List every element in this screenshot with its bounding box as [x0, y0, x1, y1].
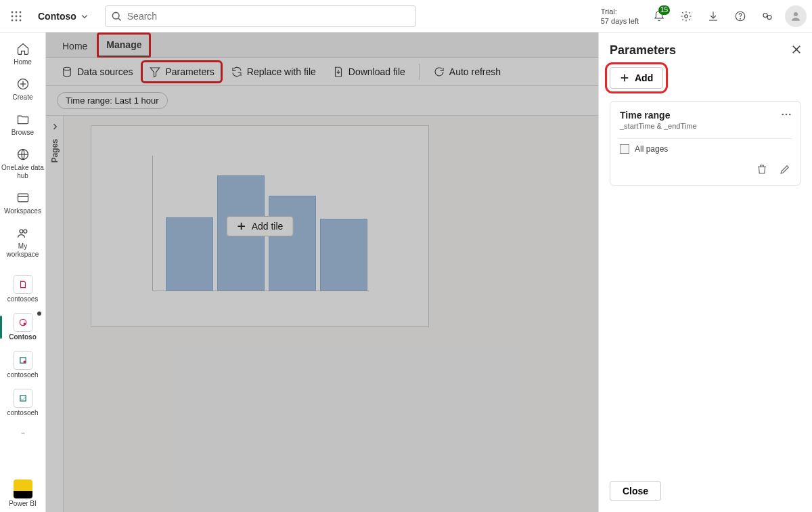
- pages-panel-collapsed[interactable]: Pages: [46, 116, 64, 512]
- browse-icon: [15, 111, 31, 127]
- svg-point-34: [64, 67, 71, 70]
- button-label: Add: [635, 72, 653, 83]
- rail-label: contosoeh: [7, 371, 38, 379]
- workspace-square-icon: [14, 351, 32, 370]
- rail-my-workspace[interactable]: My workspace: [0, 221, 45, 263]
- top-bar: Contoso Trial: 57 days left 15: [0, 0, 812, 33]
- search-input[interactable]: [127, 11, 410, 22]
- rail-create[interactable]: Create: [0, 72, 45, 106]
- workspace-square-icon: [14, 389, 32, 408]
- notifications-icon[interactable]: 15: [647, 4, 671, 28]
- download-file-button[interactable]: Download file: [325, 62, 412, 82]
- rail-ws-contosoeh-1[interactable]: contosoeh: [0, 347, 45, 383]
- left-rail: Home Create Browse OneLake data hub Work…: [0, 33, 46, 512]
- rail-label: contosoeh: [7, 409, 38, 417]
- svg-point-31: [21, 433, 22, 433]
- rail-browse[interactable]: Browse: [0, 107, 45, 141]
- rail-ws-contosoeh-2[interactable]: contosoeh: [0, 385, 45, 421]
- svg-point-11: [685, 14, 688, 18]
- user-avatar[interactable]: [785, 5, 807, 27]
- rail-onelake[interactable]: OneLake data hub: [0, 142, 45, 184]
- workspace-name: Contoso: [38, 11, 76, 22]
- svg-point-4: [16, 15, 18, 17]
- workspace-square-icon: [14, 313, 32, 332]
- app-launcher-icon[interactable]: [5, 5, 27, 27]
- rail-workspaces[interactable]: Workspaces: [0, 186, 45, 219]
- pages-label: Pages: [50, 139, 60, 163]
- data-sources-button[interactable]: Data sources: [54, 62, 139, 82]
- rail-powerbi[interactable]: Power BI: [0, 475, 45, 512]
- search-box[interactable]: [105, 5, 416, 27]
- svg-line-10: [118, 18, 120, 20]
- chevron-right-icon: [51, 121, 59, 133]
- svg-point-5: [20, 15, 22, 17]
- pages-scope-icon: [620, 144, 629, 154]
- pencil-icon: [779, 163, 791, 175]
- svg-point-24: [20, 230, 23, 233]
- svg-point-0: [12, 11, 14, 13]
- trash-icon: [756, 163, 768, 175]
- parameter-more-button[interactable]: [782, 110, 791, 122]
- close-panel-button[interactable]: [792, 45, 801, 57]
- rail-home[interactable]: Home: [0, 37, 45, 70]
- svg-point-1: [16, 11, 18, 13]
- svg-point-32: [22, 433, 23, 433]
- trial-status: Trial: 57 days left: [601, 7, 639, 26]
- svg-point-9: [112, 12, 119, 19]
- tab-manage[interactable]: Manage: [98, 34, 150, 57]
- svg-rect-30: [20, 396, 25, 401]
- rail-label: Home: [14, 58, 32, 66]
- feedback-icon[interactable]: [755, 4, 780, 28]
- search-icon: [111, 11, 122, 22]
- edit-parameter-button[interactable]: [779, 163, 791, 178]
- rail-more[interactable]: [0, 423, 45, 448]
- delete-parameter-button[interactable]: [756, 163, 768, 178]
- svg-point-42: [782, 114, 784, 116]
- more-icon: [15, 427, 31, 443]
- trial-line1: Trial:: [601, 7, 639, 16]
- rail-label: Create: [12, 93, 32, 102]
- rail-label: Workspaces: [4, 207, 41, 215]
- rail-ws-contoso[interactable]: Contoso: [0, 309, 45, 345]
- svg-point-3: [12, 15, 14, 17]
- add-tile-button[interactable]: Add tile: [227, 216, 294, 236]
- create-icon: [15, 76, 31, 92]
- add-parameter-button[interactable]: Add: [610, 67, 663, 89]
- rail-label: Contoso: [9, 333, 37, 341]
- notification-badge: 15: [658, 5, 670, 15]
- more-icon: [782, 110, 791, 119]
- auto-refresh-button[interactable]: Auto refresh: [426, 62, 508, 82]
- download-icon[interactable]: [701, 4, 725, 28]
- workspace-switcher[interactable]: Contoso: [38, 11, 89, 22]
- tab-home[interactable]: Home: [54, 35, 95, 57]
- filter-icon: [149, 66, 161, 78]
- parameter-title: Time range: [620, 110, 697, 121]
- svg-point-44: [789, 114, 791, 116]
- button-label: Download file: [348, 66, 405, 77]
- download-file-icon: [332, 66, 344, 78]
- button-label: Parameters: [165, 66, 214, 77]
- rail-label: contosoes: [7, 295, 39, 303]
- replace-with-file-button[interactable]: Replace with file: [224, 62, 323, 82]
- svg-marker-35: [151, 68, 160, 77]
- close-icon: [792, 45, 801, 54]
- settings-icon[interactable]: [674, 4, 698, 28]
- parameters-button[interactable]: Parameters: [142, 62, 221, 82]
- button-label: Add tile: [252, 221, 284, 232]
- svg-point-29: [23, 361, 26, 364]
- svg-point-6: [12, 19, 14, 21]
- toolbar-divider: [419, 64, 420, 80]
- dashboard-tile[interactable]: Add tile: [91, 125, 429, 327]
- button-label: Replace with file: [247, 66, 316, 77]
- workspaces-icon: [15, 190, 31, 206]
- workspace-square-icon: [14, 275, 32, 294]
- close-button[interactable]: Close: [610, 481, 661, 501]
- svg-point-43: [786, 114, 788, 116]
- svg-point-7: [16, 19, 18, 21]
- help-icon[interactable]: [728, 4, 752, 28]
- time-range-pill[interactable]: Time range: Last 1 hour: [57, 92, 168, 109]
- replace-icon: [231, 66, 243, 78]
- database-icon: [61, 66, 73, 78]
- rail-ws-contosoes[interactable]: contosoes: [0, 271, 45, 307]
- chevron-down-icon: [81, 12, 89, 20]
